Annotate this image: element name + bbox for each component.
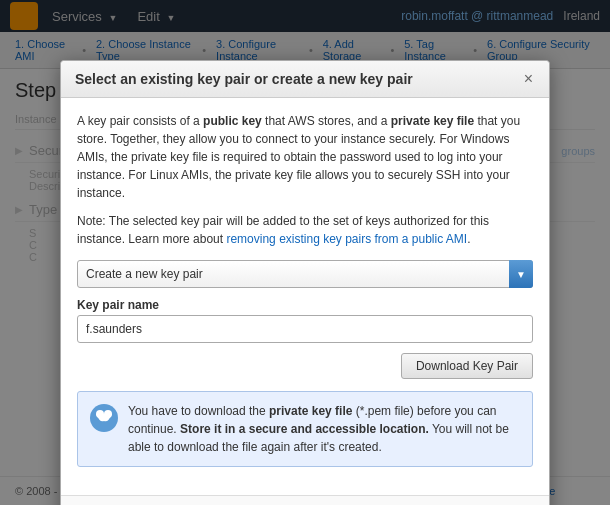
modal-close-button[interactable]: × — [522, 71, 535, 87]
keypair-type-select-wrapper: Create a new key pair Choose an existing… — [77, 260, 533, 288]
info-icon — [90, 404, 118, 432]
keypair-name-label: Key pair name — [77, 298, 533, 312]
keypair-link[interactable]: removing existing key pairs from a publi… — [226, 232, 467, 246]
modal-body: A key pair consists of a public key that… — [61, 98, 549, 495]
keypair-name-input[interactable] — [77, 315, 533, 343]
modal-note: Note: The selected key pair will be adde… — [77, 212, 533, 248]
keypair-name-group: Key pair name — [77, 298, 533, 343]
modal-header: Select an existing key pair or create a … — [61, 61, 549, 98]
info-text: You have to download the private key fil… — [128, 402, 520, 456]
keypair-type-group: Create a new key pair Choose an existing… — [77, 260, 533, 288]
download-area: Download Key Pair — [77, 353, 533, 379]
download-keypair-button[interactable]: Download Key Pair — [401, 353, 533, 379]
keypair-modal: Select an existing key pair or create a … — [60, 60, 550, 505]
modal-description: A key pair consists of a public key that… — [77, 112, 533, 202]
modal-title: Select an existing key pair or create a … — [75, 71, 413, 87]
modal-footer: Cancel Launch Instances — [61, 495, 549, 505]
download-warning-box: You have to download the private key fil… — [77, 391, 533, 467]
keypair-type-select[interactable]: Create a new key pair Choose an existing… — [77, 260, 533, 288]
